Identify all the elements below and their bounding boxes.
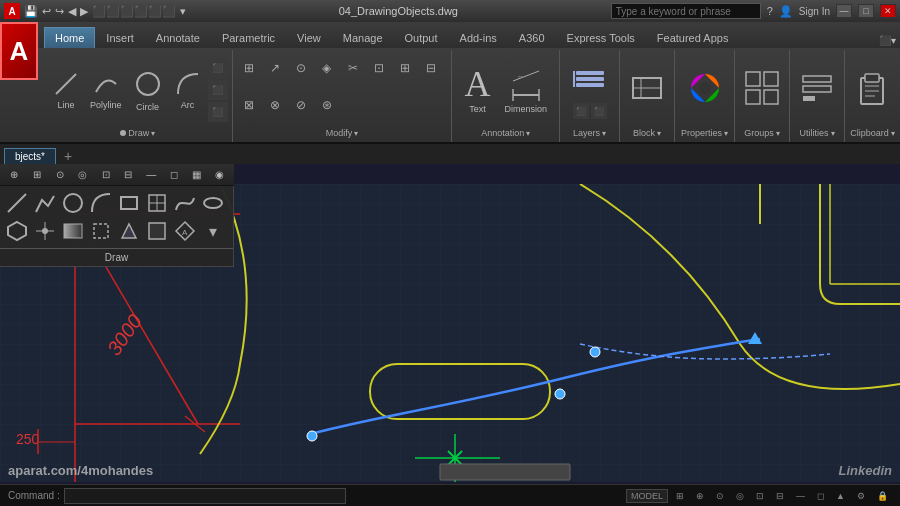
block-group-arrow[interactable]: ▾ — [657, 129, 661, 138]
draw-revision-btn[interactable]: A — [172, 218, 198, 244]
utilities-group-label[interactable]: Utilities — [799, 128, 828, 138]
modify-group-arrow[interactable]: ▾ — [354, 129, 358, 138]
modify-btn-8[interactable]: ⊟ — [419, 56, 443, 80]
polar-btn[interactable]: ◎ — [72, 166, 93, 184]
groups-icon[interactable] — [742, 68, 782, 112]
status-ortho[interactable]: ⊙ — [712, 490, 728, 502]
sign-in-btn[interactable]: Sign In — [799, 6, 830, 17]
circle-tool[interactable]: Circle — [128, 66, 168, 114]
tab-annotate[interactable]: Annotate — [145, 27, 211, 48]
minimize-btn[interactable]: — — [836, 4, 852, 18]
transparency-btn[interactable]: ◻ — [164, 166, 185, 184]
status-clean[interactable]: ◻ — [813, 490, 828, 502]
grid-btn[interactable]: ⊞ — [27, 166, 48, 184]
text-tool[interactable]: A Text — [460, 64, 494, 116]
draw-float-label[interactable]: Draw — [0, 248, 233, 266]
layers-group-arrow[interactable]: ▾ — [602, 129, 606, 138]
clipboard-group-arrow[interactable]: ▾ — [891, 129, 895, 138]
search-input[interactable] — [611, 3, 761, 19]
extra-tools[interactable]: ⬛⬛⬛⬛⬛⬛ — [92, 5, 176, 18]
draw-rect-btn[interactable] — [116, 190, 142, 216]
tab-home[interactable]: Home — [44, 27, 95, 48]
annotation-group-arrow[interactable]: ▾ — [526, 129, 530, 138]
maximize-btn[interactable]: □ — [858, 4, 874, 18]
groups-group-label[interactable]: Groups — [744, 128, 774, 138]
modify-btn-11[interactable]: ⊘ — [289, 93, 313, 117]
annotation-group-label[interactable]: Annotation — [481, 128, 524, 138]
properties-group-arrow[interactable]: ▾ — [724, 129, 728, 138]
block-group-label[interactable]: Block — [633, 128, 655, 138]
modify-btn-4[interactable]: ◈ — [315, 56, 339, 80]
command-label[interactable]: Command : — [8, 490, 60, 501]
draw-spline-btn[interactable] — [172, 190, 198, 216]
modify-btn-3[interactable]: ⊙ — [289, 56, 313, 80]
snap-btn[interactable]: ⊕ — [4, 166, 25, 184]
groups-group-arrow[interactable]: ▾ — [776, 129, 780, 138]
utilities-icon[interactable] — [797, 68, 837, 112]
ortho-btn[interactable]: ⊙ — [50, 166, 71, 184]
tab-parametric[interactable]: Parametric — [211, 27, 286, 48]
properties-icon[interactable] — [685, 68, 725, 112]
line-tool[interactable]: Line — [48, 68, 84, 112]
tab-addins[interactable]: Add-ins — [449, 27, 508, 48]
draw-arrow-btn[interactable]: ▾ — [200, 218, 226, 244]
tab-a360[interactable]: A360 — [508, 27, 556, 48]
app-menu-icon[interactable]: A — [4, 3, 20, 19]
draw-region-btn[interactable] — [116, 218, 142, 244]
status-osnap[interactable]: ⊡ — [752, 490, 768, 502]
draw-bound-btn[interactable] — [88, 218, 114, 244]
draw-gradient-btn[interactable] — [60, 218, 86, 244]
layers-group-label[interactable]: Layers — [573, 128, 600, 138]
draw-arc-btn2[interactable] — [88, 190, 114, 216]
lineweight-btn[interactable]: — — [141, 166, 162, 184]
status-lock[interactable]: 🔒 — [873, 490, 892, 502]
selection-btn[interactable]: ▦ — [186, 166, 207, 184]
forward-icon[interactable]: ▶ — [80, 5, 88, 18]
workspace-btn[interactable]: ⬛▾ — [875, 33, 900, 48]
gizmo-btn[interactable]: ◉ — [209, 166, 230, 184]
draw-extra-3[interactable]: ⬛ — [208, 102, 228, 122]
otrack-btn[interactable]: ⊟ — [118, 166, 139, 184]
arc-tool[interactable]: Arc — [170, 68, 206, 112]
tab-insert[interactable]: Insert — [95, 27, 145, 48]
layers-sub-2[interactable]: ⬛ — [591, 103, 607, 119]
draw-polygon-btn[interactable] — [4, 218, 30, 244]
modify-group-label[interactable]: Modify — [326, 128, 353, 138]
user-icon[interactable]: 👤 — [779, 5, 793, 18]
status-lw[interactable]: — — [792, 490, 809, 502]
draw-line-btn[interactable] — [4, 190, 30, 216]
draw-ellipse-btn[interactable] — [200, 190, 226, 216]
draw-hatch-btn[interactable] — [144, 190, 170, 216]
app-big-button[interactable]: A — [0, 22, 38, 80]
dimension-tool[interactable]: ↔ Dimension — [500, 64, 551, 116]
draw-point-btn[interactable] — [32, 218, 58, 244]
polyline-tool[interactable]: Polyline — [86, 68, 126, 112]
tab-manage[interactable]: Manage — [332, 27, 394, 48]
modify-btn-5[interactable]: ✂ — [341, 56, 365, 80]
tab-express[interactable]: Express Tools — [556, 27, 646, 48]
layers-icon[interactable] — [570, 61, 610, 101]
undo-icon[interactable]: ↩ — [42, 5, 51, 18]
status-grid[interactable]: ⊞ — [672, 490, 688, 502]
redo-icon[interactable]: ↪ — [55, 5, 64, 18]
status-workspace[interactable]: ⚙ — [853, 490, 869, 502]
add-tab-btn[interactable]: + — [58, 148, 78, 164]
draw-wipeout-btn[interactable] — [144, 218, 170, 244]
doc-tab-objects[interactable]: bjects* — [4, 148, 56, 164]
clipboard-group-label[interactable]: Clipboard — [850, 128, 889, 138]
modify-btn-7[interactable]: ⊞ — [393, 56, 417, 80]
draw-group-arrow[interactable]: ▾ — [151, 129, 155, 138]
osnap-btn[interactable]: ⊡ — [95, 166, 116, 184]
draw-circle-btn[interactable] — [60, 190, 86, 216]
quicksave-icon[interactable]: 💾 — [24, 5, 38, 18]
modify-btn-12[interactable]: ⊛ — [315, 93, 339, 117]
modify-btn-2[interactable]: ↗ — [263, 56, 287, 80]
modify-btn-1[interactable]: ⊞ — [237, 56, 261, 80]
status-snap[interactable]: ⊕ — [692, 490, 708, 502]
block-icon[interactable] — [627, 68, 667, 112]
modify-btn-10[interactable]: ⊗ — [263, 93, 287, 117]
tab-output[interactable]: Output — [394, 27, 449, 48]
draw-group-label[interactable]: Draw — [128, 128, 149, 138]
back-icon[interactable]: ◀ — [68, 5, 76, 18]
tab-view[interactable]: View — [286, 27, 332, 48]
